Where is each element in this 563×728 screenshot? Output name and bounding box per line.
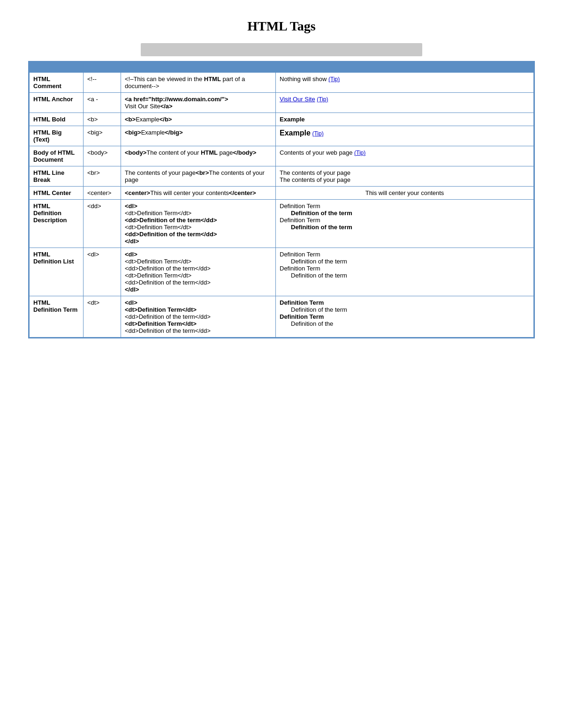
table-row: Body of HTML Document <body> <body>The c… xyxy=(30,146,534,166)
table-row: HTML Definition Term <dt> <dl> <dt>Defin… xyxy=(30,296,534,338)
cell-code: <body>The content of your HTML page</bod… xyxy=(121,146,276,166)
cell-code: <!–This can be viewed in the HTML part o… xyxy=(121,73,276,93)
cell-tag: <b> xyxy=(84,113,121,126)
table-wrapper: HTML Comment <!-- <!–This can be viewed … xyxy=(28,61,535,338)
cell-name: HTML Definition Description xyxy=(30,200,84,248)
cell-name: HTML Definition List xyxy=(30,248,84,296)
cell-tag: <dl> xyxy=(84,248,121,296)
cell-code: <center>This will center your contents</… xyxy=(121,187,276,200)
tip-link[interactable]: (Tip) xyxy=(328,76,340,83)
cell-name: HTML Center xyxy=(30,187,84,200)
cell-tag: <a - xyxy=(84,93,121,113)
table-row: HTML Big (Text) <big> <big>Example</big>… xyxy=(30,126,534,146)
cell-name: Body of HTML Document xyxy=(30,146,84,166)
table-header-row xyxy=(29,62,534,72)
cell-code: <a href="http://www.domain.com/"> Visit … xyxy=(121,93,276,113)
html-tags-table: HTML Comment <!-- <!–This can be viewed … xyxy=(29,72,534,338)
cell-tag: <dd> xyxy=(84,200,121,248)
table-row: HTML Center <center> <center>This will c… xyxy=(30,187,534,200)
cell-code: <dl> <dt>Definition Term</dt> <dd>Defini… xyxy=(121,296,276,338)
cell-tag: <center> xyxy=(84,187,121,200)
cell-code: <b>Example</b> xyxy=(121,113,276,126)
cell-code: <dl> <dt>Definition Term</dt> <dd>Defini… xyxy=(121,200,276,248)
cell-result: Example (Tip) xyxy=(276,126,534,146)
cell-name: HTML Anchor xyxy=(30,93,84,113)
cell-tag: <big> xyxy=(84,126,121,146)
table-row: HTML Anchor <a - <a href="http://www.dom… xyxy=(30,93,534,113)
table-row: HTML Definition List <dl> <dl> <dt>Defin… xyxy=(30,248,534,296)
cell-result: Visit Our Site (Tip) xyxy=(276,93,534,113)
cell-result: Definition Term Definition of the term D… xyxy=(276,200,534,248)
cell-code: The contents of your page<br>The content… xyxy=(121,166,276,187)
cell-name: HTML Bold xyxy=(30,113,84,126)
cell-result: Example xyxy=(276,113,534,126)
cell-code: <dl> <dt>Definition Term</dt> <dd>Defini… xyxy=(121,248,276,296)
cell-tag: <dt> xyxy=(84,296,121,338)
tip-link[interactable]: (Tip) xyxy=(354,150,365,156)
tip-link[interactable]: (Tip) xyxy=(317,96,328,103)
cell-result: Definition Term Definition of the term D… xyxy=(276,296,534,338)
page-title: HTML Tags xyxy=(0,0,563,43)
cell-result: The contents of your pageThe contents of… xyxy=(276,166,534,187)
cell-name: HTML Line Break xyxy=(30,166,84,187)
table-row: HTML Definition Description <dd> <dl> <d… xyxy=(30,200,534,248)
scrollbar-area[interactable] xyxy=(141,43,422,56)
anchor-example[interactable]: Visit Our Site xyxy=(280,96,315,103)
table-row: HTML Line Break <br> The contents of you… xyxy=(30,166,534,187)
cell-result: Contents of your web page (Tip) xyxy=(276,146,534,166)
cell-tag: <body> xyxy=(84,146,121,166)
cell-tag: <br> xyxy=(84,166,121,187)
cell-tag: <!-- xyxy=(84,73,121,93)
table-row: HTML Bold <b> <b>Example</b> Example xyxy=(30,113,534,126)
cell-name: HTML Comment xyxy=(30,73,84,93)
cell-name: HTML Definition Term xyxy=(30,296,84,338)
tip-link[interactable]: (Tip) xyxy=(312,130,323,137)
cell-name: HTML Big (Text) xyxy=(30,126,84,146)
cell-code: <big>Example</big> xyxy=(121,126,276,146)
cell-result: Definition Term Definition of the term D… xyxy=(276,248,534,296)
table-row: HTML Comment <!-- <!–This can be viewed … xyxy=(30,73,534,93)
cell-result: Nothing will show (Tip) xyxy=(276,73,534,93)
cell-result: This will center your contents xyxy=(276,187,534,200)
